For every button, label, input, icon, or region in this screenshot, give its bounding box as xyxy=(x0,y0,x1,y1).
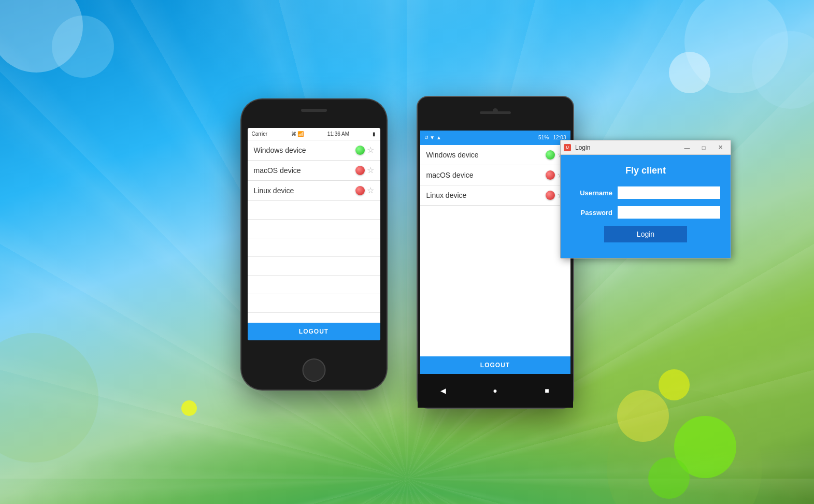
android-status-icons: ↺ ▼ ▲ xyxy=(424,135,441,140)
iphone-empty-row-6 xyxy=(248,294,380,313)
android-recent-icon: ■ xyxy=(545,386,549,395)
android-status-bar: ↺ ▼ ▲ 51% 12:03 xyxy=(420,131,570,145)
iphone-device-icons-2: ☆ xyxy=(355,166,374,175)
iphone-wifi-icon: ⌘ 📶 xyxy=(291,131,304,137)
iphone-star-3[interactable]: ☆ xyxy=(367,186,374,195)
iphone-status-bar: Carrier ⌘ 📶 11:36 AM ▮ xyxy=(248,128,380,140)
android-home-button[interactable]: ● xyxy=(490,385,501,396)
android-battery: 51% xyxy=(538,135,549,140)
android-device-row-1[interactable]: Windows device ☆ xyxy=(420,145,570,165)
iphone-status-dot-3 xyxy=(355,186,365,195)
windows-login-window: U Login — □ ✕ Fly client Username Passwo… xyxy=(560,140,731,258)
android-status-dot-2 xyxy=(546,170,555,180)
android-recent-button[interactable]: ■ xyxy=(542,385,552,396)
win-password-row: Password xyxy=(571,206,720,219)
win-password-input[interactable] xyxy=(618,206,720,219)
iphone-device: Carrier ⌘ 📶 11:36 AM ▮ Windows device ☆ xyxy=(241,99,387,390)
android-back-button[interactable]: ◀ xyxy=(438,385,449,396)
android-speaker xyxy=(480,111,511,114)
iphone-device-row-2[interactable]: macOS device ☆ xyxy=(248,161,380,181)
iphone-status-dot-1 xyxy=(355,146,365,155)
iphone-device-name-1: Windows device xyxy=(254,146,355,154)
win-app-title: Fly client xyxy=(571,165,720,176)
iphone-empty-row-1 xyxy=(248,201,380,220)
android-screen: ↺ ▼ ▲ 51% 12:03 Windows device ☆ xyxy=(420,131,570,374)
win-password-label: Password xyxy=(571,209,612,217)
win-minimize-button[interactable]: — xyxy=(680,142,694,153)
iphone-carrier: Carrier xyxy=(252,131,268,137)
iphone-empty-row-3 xyxy=(248,238,380,257)
win-login-button[interactable]: Login xyxy=(604,226,687,242)
iphone-device-list: Windows device ☆ macOS device ☆ xyxy=(248,140,380,323)
iphone-screen: Carrier ⌘ 📶 11:36 AM ▮ Windows device ☆ xyxy=(248,128,380,340)
win-username-label: Username xyxy=(571,189,612,197)
android-device-row-3[interactable]: Linux device ☆ xyxy=(420,185,570,206)
iphone-device-icons-3: ☆ xyxy=(355,186,374,195)
win-maximize-button[interactable]: □ xyxy=(696,142,711,153)
android-home-icon: ● xyxy=(493,386,497,395)
android-device-list: Windows device ☆ macOS device ☆ xyxy=(420,145,570,356)
win-title: Login xyxy=(575,144,678,151)
iphone-device-name-3: Linux device xyxy=(254,186,355,195)
iphone-battery-icon: ▮ xyxy=(373,131,376,137)
iphone-device-row-1[interactable]: Windows device ☆ xyxy=(248,140,380,161)
android-nav-bar: ◀ ● ■ xyxy=(418,374,573,408)
android-status-dot-3 xyxy=(546,191,555,200)
android-back-icon: ◀ xyxy=(440,386,446,395)
iphone-logout-button[interactable]: LOGOUT xyxy=(248,323,380,340)
iphone-star-1[interactable]: ☆ xyxy=(367,146,374,154)
win-body: Fly client Username Password Login xyxy=(561,155,731,258)
iphone-device-row-3[interactable]: Linux device ☆ xyxy=(248,181,380,201)
win-username-row: Username xyxy=(571,186,720,199)
android-device-name-3: Linux device xyxy=(426,191,546,199)
win-icon-label: U xyxy=(566,145,569,150)
iphone-speaker xyxy=(301,109,327,112)
iphone-star-2[interactable]: ☆ xyxy=(367,166,374,175)
iphone-empty-row-7 xyxy=(248,313,380,323)
iphone-device-name-2: macOS device xyxy=(254,166,355,175)
android-device-row-2[interactable]: macOS device ☆ xyxy=(420,165,570,185)
android-logout-button[interactable]: LOGOUT xyxy=(420,356,570,374)
android-device: ↺ ▼ ▲ 51% 12:03 Windows device ☆ xyxy=(418,97,573,408)
android-status-dot-1 xyxy=(546,150,555,160)
win-close-button[interactable]: ✕ xyxy=(713,142,727,153)
android-device-name-1: Windows device xyxy=(426,151,546,159)
iphone-status-dot-2 xyxy=(355,166,365,175)
win-titlebar: U Login — □ ✕ xyxy=(561,140,731,155)
android-device-name-2: macOS device xyxy=(426,171,546,179)
iphone-empty-row-4 xyxy=(248,257,380,276)
iphone-device-icons-1: ☆ xyxy=(355,146,374,155)
iphone-empty-row-5 xyxy=(248,276,380,294)
win-app-icon: U xyxy=(564,144,571,151)
iphone-time: 11:36 AM xyxy=(327,131,349,137)
win-username-input[interactable] xyxy=(618,186,720,199)
iphone-empty-row-2 xyxy=(248,220,380,238)
iphone-home-button[interactable] xyxy=(302,358,325,382)
